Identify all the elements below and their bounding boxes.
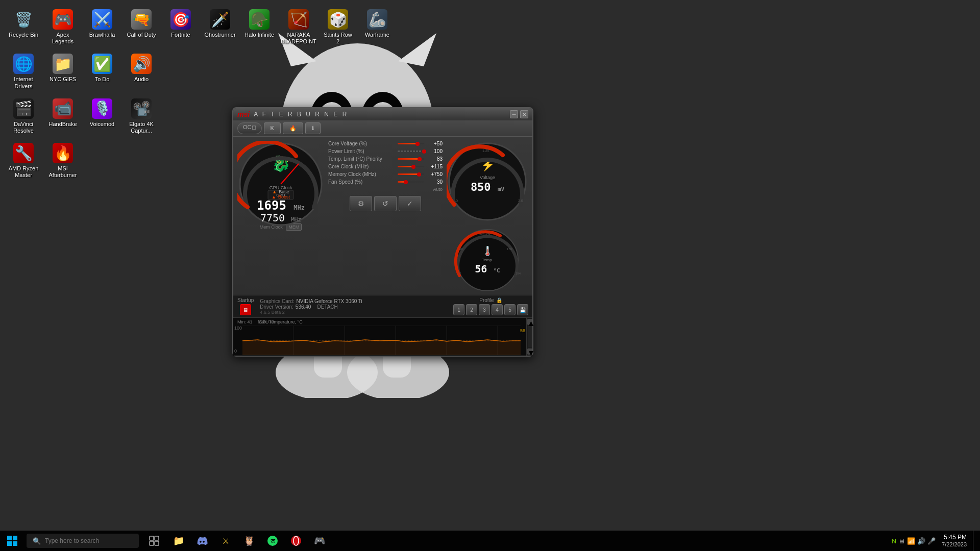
startup-section: Startup 🖥 bbox=[237, 297, 254, 315]
icon-row-2: 🌐 Internet Drivers 📁 NYC GIFS ✅ To Do 🔊 … bbox=[5, 49, 396, 91]
scrollbar-down[interactable]: ▼ bbox=[527, 348, 532, 355]
svg-rect-50 bbox=[150, 541, 154, 545]
cod-label: Call of Duty bbox=[127, 32, 156, 38]
toolbar-k-button[interactable]: K bbox=[264, 122, 281, 134]
audio-tray-icon[interactable]: 🔊 bbox=[917, 537, 925, 545]
graph-scrollbar[interactable]: ▲ ▼ bbox=[526, 318, 532, 356]
core-voltage-slider[interactable] bbox=[398, 143, 424, 144]
icon-davinci[interactable]: 🎬 DaVinci Resolve bbox=[5, 94, 42, 136]
search-input[interactable] bbox=[45, 537, 127, 544]
overwolf-button[interactable]: 🦉 bbox=[238, 531, 260, 551]
close-button[interactable]: ✕ bbox=[520, 110, 528, 118]
icon-internet-drivers[interactable]: 🌐 Internet Drivers bbox=[5, 49, 42, 91]
icon-nyc-gifs[interactable]: 📁 NYC GIFS bbox=[44, 49, 81, 91]
memory-clock-slider[interactable] bbox=[398, 173, 424, 175]
internet-drivers-icon: 🌐 bbox=[13, 54, 34, 74]
power-limit-slider[interactable] bbox=[398, 151, 424, 152]
file-explorer-button[interactable]: 📁 bbox=[167, 531, 190, 551]
icon-handbrake[interactable]: 📹 HandBrake bbox=[44, 94, 81, 136]
fortnite-label: Fortnite bbox=[171, 32, 190, 38]
icon-halo-infinite[interactable]: 🪖 Halo Infinite bbox=[241, 5, 278, 47]
discord-button[interactable] bbox=[191, 531, 213, 551]
svg-text:1.25: 1.25 bbox=[482, 149, 489, 153]
start-button[interactable] bbox=[0, 531, 24, 551]
gaming-overlay-button[interactable]: 🎮 bbox=[308, 531, 331, 551]
icon-amd-ryzen-master[interactable]: 🔧 AMD Ryzen Master bbox=[5, 139, 42, 181]
icon-saints-row[interactable]: 🎲 Saints Row 2 bbox=[320, 5, 356, 47]
desktop: 🗑️ Recycle Bin 🎮 Apex Legends ⚔️ Brawlha… bbox=[0, 0, 980, 531]
icon-msi-afterburner[interactable]: 🔥 MSI Afterburner bbox=[44, 139, 81, 181]
halo-icon: 🪖 bbox=[249, 9, 270, 30]
opera-button[interactable] bbox=[285, 531, 307, 551]
voltage-gauge: ⚡ 0 2.0 1.25 Voltage 850 bbox=[447, 141, 528, 222]
svg-text:176: 176 bbox=[507, 247, 512, 251]
oc-scanner-button[interactable]: OC◻ bbox=[237, 122, 262, 134]
handbrake-icon: 📹 bbox=[53, 98, 73, 119]
memory-clock-label: Memory Clock (MHz) bbox=[328, 171, 395, 177]
svg-rect-47 bbox=[13, 541, 17, 546]
icon-apex-legends[interactable]: 🎮 Apex Legends bbox=[44, 5, 81, 47]
reset-button[interactable]: ↺ bbox=[374, 196, 397, 211]
taskbar-clock[interactable]: 5:45 PM 7/22/2023 bbox=[938, 534, 971, 548]
taskbar-search-box[interactable]: 🔍 bbox=[27, 534, 139, 548]
detach-button[interactable]: DETACH bbox=[317, 304, 337, 310]
fan-speed-label: Fan Speed (%) bbox=[328, 179, 395, 185]
icon-audio[interactable]: 🔊 Audio bbox=[123, 49, 160, 91]
temp-limit-value: 83 bbox=[427, 156, 443, 162]
davinci-icon: 🎬 bbox=[13, 98, 34, 119]
graphics-card-label: Graphics Card: bbox=[260, 298, 294, 304]
icon-elgato[interactable]: 📽️ Elgato 4K Captur... bbox=[123, 94, 160, 136]
cod-icon: 🔫 bbox=[131, 9, 152, 30]
profile-5[interactable]: 5 bbox=[504, 304, 516, 315]
gpu-info-section: Graphics Card: NVIDIA Geforce RTX 3060 T… bbox=[254, 298, 453, 315]
svg-text:Temp.: Temp. bbox=[482, 258, 493, 262]
svg-text:🌡️: 🌡️ bbox=[482, 245, 494, 257]
profile-save[interactable]: 💾 bbox=[517, 304, 528, 315]
icon-naraka[interactable]: 🏹 NARAKA BLADEPOINT bbox=[280, 5, 317, 47]
icon-warframe[interactable]: 🦾 Warframe bbox=[359, 5, 396, 47]
icon-ghostrunner[interactable]: 🗡️ Ghostrunner bbox=[202, 5, 238, 47]
profile-1[interactable]: 1 bbox=[453, 304, 464, 315]
nvidia-tray-icon[interactable]: N bbox=[892, 537, 896, 545]
show-desktop-button[interactable] bbox=[973, 531, 976, 551]
icon-voicemod[interactable]: 🎙️ Voicemod bbox=[84, 94, 120, 136]
icon-to-do[interactable]: ✅ To Do bbox=[84, 49, 120, 91]
apex-icon: 🎮 bbox=[53, 9, 73, 30]
voltage-temp-section: ⚡ 0 2.0 1.25 Voltage 850 bbox=[447, 141, 528, 291]
profile-3[interactable]: 3 bbox=[479, 304, 490, 315]
profile-section: Profile 🔒 1 2 3 4 5 💾 bbox=[453, 297, 528, 315]
icon-call-of-duty[interactable]: 🔫 Call of Duty bbox=[123, 5, 160, 47]
icon-recycle-bin[interactable]: 🗑️ Recycle Bin bbox=[5, 5, 42, 47]
profile-header: Profile 🔒 bbox=[479, 297, 502, 303]
spotify-button[interactable] bbox=[261, 531, 284, 551]
core-voltage-value: +50 bbox=[427, 141, 443, 146]
league-button[interactable]: ⚔ bbox=[214, 531, 237, 551]
saints-label: Saints Row 2 bbox=[322, 32, 354, 45]
core-voltage-row: Core Voltage (%) +50 bbox=[328, 141, 443, 146]
display-tray-icon[interactable]: 🖥 bbox=[898, 537, 905, 545]
apply-button[interactable]: ✓ bbox=[399, 196, 421, 211]
icon-fortnite[interactable]: 🎯 Fortnite bbox=[162, 5, 199, 47]
core-clock-slider[interactable] bbox=[398, 166, 424, 167]
driver-value: 536.40 bbox=[296, 304, 311, 310]
toolbar-info-button[interactable]: ℹ bbox=[305, 122, 321, 134]
temp-limit-slider[interactable] bbox=[398, 158, 424, 160]
graphics-card-value: NVIDIA Geforce RTX 3060 Ti bbox=[297, 298, 362, 304]
mic-tray-icon[interactable]: 🎤 bbox=[927, 537, 936, 545]
scrollbar-up[interactable]: ▲ bbox=[527, 319, 532, 325]
profile-2[interactable]: 2 bbox=[466, 304, 477, 315]
fan-speed-slider[interactable] bbox=[398, 181, 424, 183]
profile-4[interactable]: 4 bbox=[492, 304, 503, 315]
minimize-button[interactable]: ─ bbox=[510, 110, 518, 118]
startup-icon[interactable]: 🖥 bbox=[240, 304, 251, 315]
temp-c-value: 56 °C bbox=[447, 263, 528, 275]
saints-icon: 🎲 bbox=[328, 9, 348, 30]
settings-button[interactable]: ⚙ bbox=[350, 196, 372, 211]
icon-brawlhalla[interactable]: ⚔️ Brawlhalla bbox=[84, 5, 120, 47]
bottom-bar: Startup 🖥 Graphics Card: NVIDIA Geforce … bbox=[233, 295, 532, 317]
network-tray-icon[interactable]: 📶 bbox=[907, 537, 915, 545]
svg-rect-45 bbox=[13, 536, 17, 540]
toolbar-flame-button[interactable]: 🔥 bbox=[283, 122, 303, 134]
svg-rect-46 bbox=[7, 541, 12, 546]
task-view-button[interactable] bbox=[143, 531, 165, 551]
